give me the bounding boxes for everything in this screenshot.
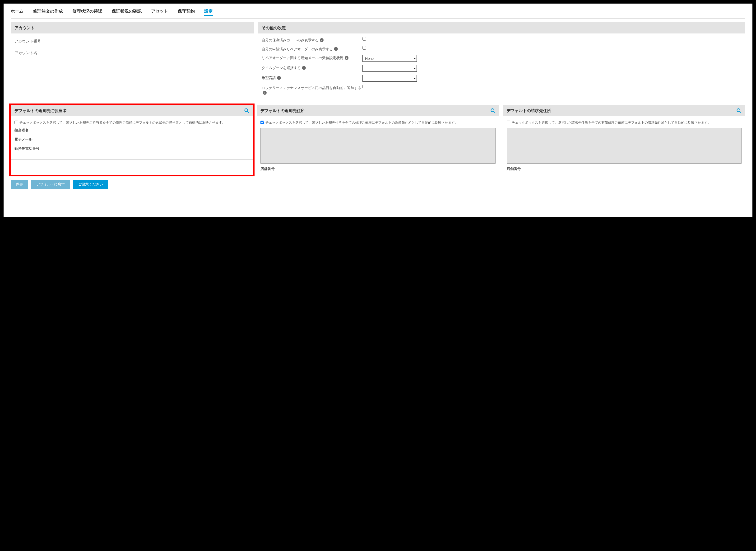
note-button[interactable]: ご留意ください [73,180,108,189]
tab-maintenance[interactable]: 保守契約 [178,8,195,16]
svg-point-2 [491,109,494,112]
show-own-repair-orders-checkbox[interactable] [362,46,366,50]
svg-line-5 [740,111,741,113]
tab-settings[interactable]: 設定 [204,8,213,16]
return-contact-checkbox[interactable] [14,121,18,124]
account-panel: アカウント アカウント番号 アカウント名 [11,22,254,101]
reset-button[interactable]: デフォルトに戻す [31,180,70,189]
show-own-repair-orders-label: 自分の申請済みリペアオーダーのみ表示する [262,46,333,52]
default-billing-address-title: デフォルトの請求先住所 [507,108,551,113]
other-settings-panel: その他の設定 自分の保存済みカートのみ表示する 自分の申請済みリペアオーダーのみ… [258,22,745,101]
tab-home[interactable]: ホーム [11,8,23,16]
info-icon[interactable] [277,76,281,80]
info-icon[interactable] [345,56,348,60]
svg-point-0 [245,109,248,112]
svg-point-4 [737,109,740,112]
tab-repair-status[interactable]: 修理状況の確認 [72,8,102,16]
billing-store-label: 店舗番号 [507,167,742,171]
search-icon[interactable] [244,108,249,113]
return-contact-checkbox-text: チェックボックスを選択して、選択した返却先ご担当者を全ての修理ご依頼にデフォルト… [19,120,225,125]
show-own-carts-label: 自分の保存済みカートのみ表示する [262,37,319,43]
return-address-checkbox-text: チェックボックスを選択して、選択した返却先住所を全ての修理ご依頼にデフォルトの返… [265,120,458,125]
tab-warranty-status[interactable]: 保証状況の確認 [112,8,142,16]
save-button[interactable]: 保存 [11,180,28,189]
info-icon[interactable] [320,38,324,42]
language-select[interactable] [362,75,417,82]
battery-service-checkbox[interactable] [362,85,366,88]
contact-name-label: 担当者名 [14,128,249,132]
billing-address-textarea[interactable] [507,128,742,163]
search-icon[interactable] [490,108,496,113]
language-label: 希望言語 [262,75,276,81]
account-header: アカウント [11,22,254,33]
default-return-address-panel: デフォルトの返却先住所 チェックボックスを選択して、選択した返却先住所を全ての修… [257,105,499,175]
repair-notification-label: リペアオーダーに関する通知メールの受信設定状況 [262,55,343,61]
timezone-select[interactable] [362,65,417,72]
default-return-address-title: デフォルトの返却先住所 [260,108,305,113]
tab-create-repair[interactable]: 修理注文の作成 [33,8,63,16]
return-address-checkbox[interactable] [260,121,264,124]
default-return-contact-title: デフォルトの返却先ご担当者 [14,108,67,113]
timezone-label: タイムゾーンを選択する [262,65,301,71]
button-row: 保存 デフォルトに戻す ご留意ください [11,180,745,189]
default-return-contact-panel: デフォルトの返却先ご担当者 チェックボックスを選択して、選択した返却先ご担当者を… [11,105,253,159]
search-icon[interactable] [736,108,742,113]
repair-notification-select[interactable]: None [362,55,417,62]
battery-service-label: バッテリーメンテナンスサービス用の品目を自動的に追加する [262,85,361,91]
account-number-label: アカウント番号 [14,37,250,49]
info-icon[interactable] [263,91,267,95]
show-own-carts-checkbox[interactable] [362,37,366,41]
default-billing-address-panel: デフォルトの請求先住所 チェックボックスを選択して、選択した請求先住所を全ての有… [503,105,745,175]
account-name-label: アカウント名 [14,49,250,60]
work-phone-label: 勤務先電話番号 [14,146,249,151]
tab-assets[interactable]: アセット [151,8,168,16]
svg-line-1 [247,111,249,113]
svg-line-3 [493,111,495,113]
info-icon[interactable] [334,47,338,51]
info-icon[interactable] [302,66,306,70]
billing-address-checkbox[interactable] [507,121,510,124]
email-label: 電子メール [14,137,249,142]
return-address-textarea[interactable] [260,128,495,163]
nav-tabs: ホーム 修理注文の作成 修理状況の確認 保証状況の確認 アセット 保守契約 設定 [11,6,745,19]
other-settings-header: その他の設定 [258,22,745,33]
return-store-label: 店舗番号 [260,167,495,171]
billing-address-checkbox-text: チェックボックスを選択して、選択した請求先住所を全ての有償修理ご依頼にデフォルト… [512,120,711,125]
